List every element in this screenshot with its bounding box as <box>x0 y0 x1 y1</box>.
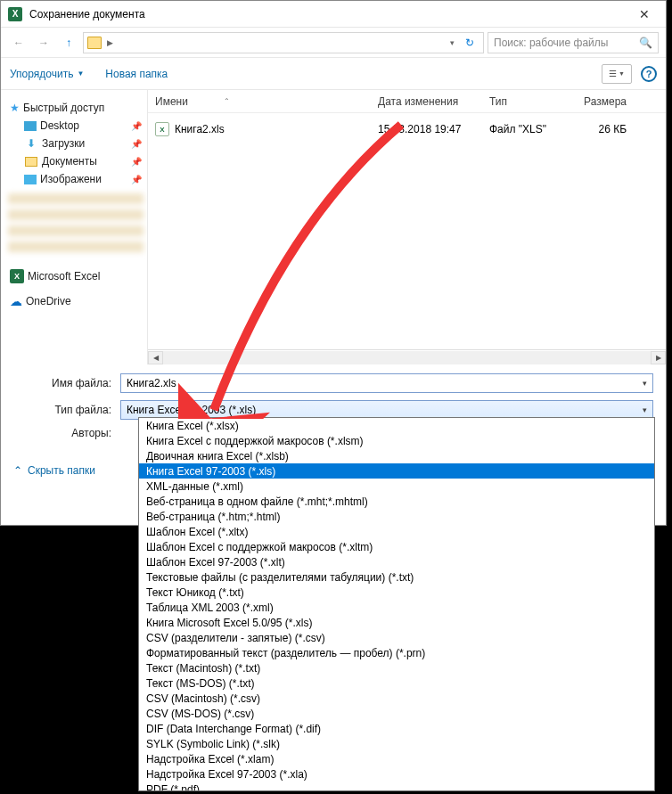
filetype-label: Тип файла: <box>13 404 120 416</box>
filetype-option[interactable]: Текст (MS-DOS) (*.txt) <box>139 675 654 691</box>
sort-caret-icon: ⌃ <box>224 97 230 105</box>
refresh-button[interactable]: ↻ <box>460 37 479 49</box>
list-icon: ☰ <box>609 69 617 78</box>
pictures-icon <box>24 175 37 184</box>
file-list: Имени ⌃ Дата изменения Тип Размера X Кни… <box>148 90 666 364</box>
chevron-down-icon[interactable]: ▾ <box>643 405 647 414</box>
chevron-down-icon: ▼ <box>619 70 625 77</box>
excel-icon: X <box>8 7 22 21</box>
new-folder-button[interactable]: Новая папка <box>105 68 168 80</box>
back-button[interactable]: ← <box>8 32 29 53</box>
sidebar-item-documents[interactable]: Документы 📌 <box>8 152 143 170</box>
dialog-body: ★ Быстрый доступ Desktop 📌 ⬇ Загрузки 📌 … <box>1 90 666 364</box>
scroll-left-button[interactable]: ◀ <box>148 351 163 364</box>
sidebar-item-downloads[interactable]: ⬇ Загрузки 📌 <box>8 135 143 152</box>
pin-icon: 📌 <box>131 157 142 167</box>
sidebar-item-onedrive[interactable]: ☁ OneDrive <box>8 291 143 311</box>
chevron-up-icon: ⌃ <box>13 464 22 477</box>
file-rows[interactable]: X Книга2.xls 15.03.2018 19:47 Файл "XLS"… <box>148 113 666 349</box>
blurred-items <box>8 193 143 258</box>
chevron-down-icon: ▼ <box>77 70 84 78</box>
star-icon: ★ <box>10 102 20 114</box>
filetype-option[interactable]: Таблица XML 2003 (*.xml) <box>139 600 654 615</box>
pin-icon: 📌 <box>131 121 142 131</box>
filetype-dropdown[interactable]: Книга Excel (*.xlsx)Книга Excel с поддер… <box>138 417 655 791</box>
close-button[interactable]: ✕ <box>627 2 662 27</box>
up-button[interactable]: ↑ <box>58 32 79 53</box>
view-mode-button[interactable]: ☰ ▼ <box>602 64 632 84</box>
filetype-option[interactable]: Книга Microsoft Excel 5.0/95 (*.xls) <box>139 615 654 630</box>
help-button[interactable]: ? <box>641 66 657 82</box>
filetype-option[interactable]: Надстройка Excel (*.xlam) <box>139 751 654 766</box>
column-size[interactable]: Размера <box>571 95 634 108</box>
forward-button[interactable]: → <box>33 32 54 53</box>
xls-file-icon: X <box>155 122 169 136</box>
file-row[interactable]: X Книга2.xls 15.03.2018 19:47 Файл "XLS"… <box>148 119 666 140</box>
folder-icon <box>87 37 102 49</box>
sidebar-item-desktop[interactable]: Desktop 📌 <box>8 117 143 135</box>
search-placeholder: Поиск: рабочие файлы <box>494 37 608 49</box>
toolbar: Упорядочить ▼ Новая папка ☰ ▼ ? <box>1 58 666 90</box>
filetype-option[interactable]: Форматированный текст (разделитель — про… <box>139 645 654 660</box>
quick-access[interactable]: ★ Быстрый доступ <box>8 99 143 117</box>
search-icon: 🔍 <box>639 37 652 49</box>
breadcrumb[interactable]: ▶ ▾ ↻ <box>83 32 484 53</box>
filetype-option[interactable]: Текст (Macintosh) (*.txt) <box>139 660 654 675</box>
filetype-option[interactable]: CSV (MS-DOS) (*.csv) <box>139 706 654 721</box>
filetype-option[interactable]: Книга Excel с поддержкой макросов (*.xls… <box>139 433 654 448</box>
filetype-option[interactable]: Двоичная книга Excel (*.xlsb) <box>139 448 654 463</box>
filetype-option[interactable]: XML-данные (*.xml) <box>139 479 654 494</box>
filetype-option[interactable]: PDF (*.pdf) <box>139 782 654 791</box>
column-date[interactable]: Дата изменения <box>371 95 482 108</box>
excel-icon: X <box>10 269 24 283</box>
navigation-pane: ★ Быстрый доступ Desktop 📌 ⬇ Загрузки 📌 … <box>1 90 148 364</box>
column-headers: Имени ⌃ Дата изменения Тип Размера <box>148 90 666 113</box>
sidebar-item-pictures[interactable]: Изображени 📌 <box>8 170 143 188</box>
chevron-right-icon: ▶ <box>107 38 113 47</box>
filetype-option[interactable]: Шаблон Excel (*.xltx) <box>139 524 654 539</box>
organize-button[interactable]: Упорядочить ▼ <box>10 68 84 80</box>
onedrive-icon: ☁ <box>10 294 22 308</box>
column-name[interactable]: Имени ⌃ <box>148 95 371 108</box>
documents-icon <box>24 155 38 168</box>
filename-label: Имя файла: <box>13 377 120 389</box>
filetype-option[interactable]: SYLK (Symbolic Link) (*.slk) <box>139 736 654 751</box>
filetype-option[interactable]: Текстовые файлы (с разделителями табуляц… <box>139 569 654 585</box>
authors-label: Авторы: <box>13 427 120 439</box>
filetype-option[interactable]: CSV (разделители - запятые) (*.csv) <box>139 630 654 645</box>
titlebar: X Сохранение документа ✕ <box>1 1 666 28</box>
pin-icon: 📌 <box>131 139 142 149</box>
path-blurred <box>119 37 445 49</box>
filetype-option[interactable]: Надстройка Excel 97-2003 (*.xla) <box>139 766 654 782</box>
filetype-option[interactable]: Веб-страница в одном файле (*.mht;*.mhtm… <box>139 494 654 509</box>
filetype-option[interactable]: Книга Excel 97-2003 (*.xls) <box>139 463 654 479</box>
search-input[interactable]: Поиск: рабочие файлы 🔍 <box>488 32 659 53</box>
filetype-option[interactable]: Книга Excel (*.xlsx) <box>139 418 654 433</box>
window-title: Сохранение документа <box>29 8 627 20</box>
column-type[interactable]: Тип <box>482 95 571 108</box>
downloads-icon: ⬇ <box>24 137 38 150</box>
address-bar: ← → ↑ ▶ ▾ ↻ Поиск: рабочие файлы 🔍 <box>1 28 666 58</box>
chevron-down-icon[interactable]: ▾ <box>643 379 647 388</box>
horizontal-scrollbar[interactable]: ◀ ▶ <box>148 349 666 364</box>
filename-input[interactable]: Книга2.xls ▾ <box>120 373 653 393</box>
filetype-option[interactable]: DIF (Data Interchange Format) (*.dif) <box>139 721 654 736</box>
filetype-option[interactable]: Текст Юникод (*.txt) <box>139 585 654 600</box>
filetype-option[interactable]: Шаблон Excel с поддержкой макросов (*.xl… <box>139 539 654 554</box>
pin-icon: 📌 <box>131 175 142 184</box>
filetype-option[interactable]: CSV (Macintosh) (*.csv) <box>139 691 654 706</box>
scroll-track[interactable] <box>163 351 651 364</box>
filetype-option[interactable]: Шаблон Excel 97-2003 (*.xlt) <box>139 554 654 569</box>
desktop-icon <box>24 121 37 131</box>
chevron-down-icon[interactable]: ▾ <box>450 38 455 47</box>
scroll-right-button[interactable]: ▶ <box>651 351 666 364</box>
sidebar-item-excel[interactable]: X Microsoft Excel <box>8 266 143 286</box>
filetype-option[interactable]: Веб-страница (*.htm;*.html) <box>139 509 654 524</box>
